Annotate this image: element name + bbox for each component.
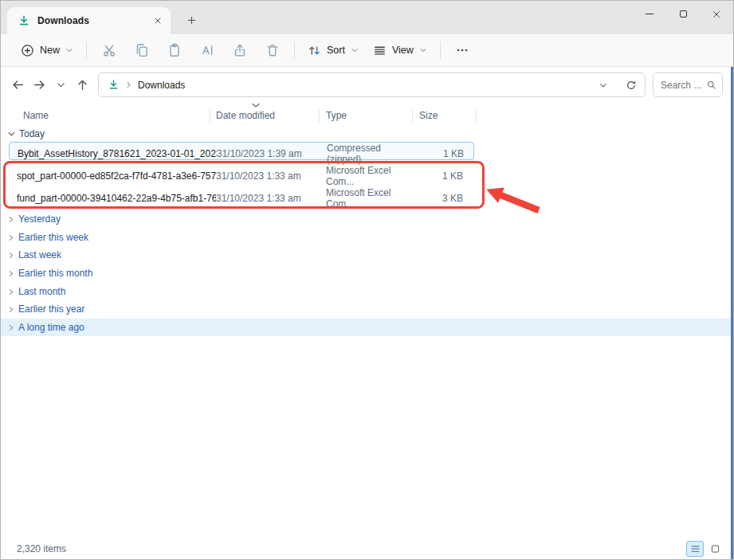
group-header-yesterday[interactable]: Yesterday (1, 210, 61, 228)
toolbar-separator (86, 41, 87, 59)
chevron-collapsed-icon (7, 269, 15, 278)
tab-close-icon[interactable] (150, 13, 166, 29)
cut-icon[interactable] (92, 37, 125, 63)
sort-arrows-icon (308, 44, 321, 57)
group-header-earlier-this-week[interactable]: Earlier this week (1, 229, 88, 246)
details-view-icon[interactable] (686, 541, 704, 557)
toolbar-separator (440, 41, 441, 59)
new-button-label: New (40, 45, 60, 56)
group-header-last-week[interactable]: Last week (1, 246, 61, 264)
table-row-spot-file[interactable]: spot_part-00000-ed85f2ca-f7fd-4781-a3e6-… (9, 165, 474, 183)
group-label: Last week (18, 249, 61, 260)
copy-icon[interactable] (125, 37, 158, 63)
file-size: 1 KB (414, 170, 469, 182)
chevron-collapsed-icon (7, 288, 15, 296)
downloads-icon (108, 79, 120, 91)
toolbar-separator (294, 41, 295, 59)
search-icon[interactable] (706, 80, 716, 90)
file-type: Microsoft Excel Com... (326, 165, 414, 187)
chevron-down-icon (351, 46, 359, 54)
back-icon[interactable] (7, 74, 29, 96)
view-button[interactable]: View (366, 39, 434, 62)
chevron-collapsed-icon (7, 215, 15, 224)
group-header-earlier-this-month[interactable]: Earlier this month (1, 264, 92, 282)
paste-icon[interactable] (158, 37, 190, 63)
refresh-icon[interactable] (620, 75, 642, 96)
chevron-collapsed-icon (7, 251, 15, 260)
command-toolbar: New Sort View (1, 34, 733, 67)
group-label: Earlier this week (18, 232, 88, 243)
new-tab-icon[interactable] (182, 10, 201, 29)
group-label: A long time ago (18, 322, 84, 333)
titlebar: Downloads (1, 1, 733, 34)
table-row-fund-file[interactable]: fund_part-00000-39410462-22a9-4b75-afb1-… (9, 187, 474, 206)
chevron-collapsed-icon (7, 305, 15, 314)
sort-button-label: Sort (327, 45, 345, 56)
address-bar[interactable]: Downloads (98, 72, 646, 97)
breadcrumb-chevron-icon (125, 81, 132, 88)
column-header-type[interactable]: Type (320, 109, 413, 123)
group-header-last-month[interactable]: Last month (1, 283, 65, 300)
column-header-size[interactable]: Size (413, 109, 477, 123)
sort-button[interactable]: Sort (300, 39, 366, 62)
navigation-bar: Downloads (1, 67, 733, 103)
view-lines-icon (373, 44, 387, 57)
breadcrumb[interactable]: Downloads (138, 80, 185, 91)
group-label: Today (19, 128, 45, 139)
file-type: Compressed (zipped)... (327, 143, 414, 165)
rename-icon[interactable] (190, 37, 223, 63)
minimize-icon[interactable] (633, 1, 666, 27)
chevron-down-icon (65, 46, 73, 54)
status-bar: 2,320 items (1, 538, 733, 559)
file-name: spot_part-00000-ed85f2ca-f7fd-4781-a3e6-… (17, 170, 216, 182)
column-headers: Name Date modified Type Size (1, 108, 477, 123)
group-label: Earlier this year (18, 303, 84, 315)
file-date-modified: 31/10/2023 1:39 am (217, 148, 327, 159)
recent-locations-icon[interactable] (50, 74, 72, 96)
window-controls (633, 1, 733, 27)
tab-title: Downloads (37, 15, 143, 26)
file-date-modified: 31/10/2023 1:33 am (216, 170, 326, 182)
search-box (653, 72, 723, 97)
large-icons-view-icon[interactable] (706, 541, 724, 557)
downloads-icon (18, 14, 30, 27)
more-options-icon[interactable] (446, 37, 479, 63)
file-name: fund_part-00000-39410462-22a9-4b75-afb1-… (17, 193, 216, 204)
close-icon[interactable] (700, 1, 733, 27)
chevron-collapsed-icon (7, 233, 15, 242)
view-toggles (686, 541, 724, 557)
maximize-icon[interactable] (666, 1, 700, 27)
column-header-name[interactable]: Name (1, 109, 210, 123)
table-row-zip-file[interactable]: Bybit_AssetHistory_8781621_2023-01-01_20… (9, 142, 474, 160)
chevron-collapsed-icon (7, 323, 15, 332)
delete-icon[interactable] (256, 37, 288, 63)
group-header-a-long-time-ago[interactable]: A long time ago (1, 319, 731, 336)
forward-icon[interactable] (29, 74, 50, 96)
item-count: 2,320 items (17, 543, 66, 554)
column-header-date-modified[interactable]: Date modified (210, 109, 320, 123)
file-size: 3 KB (414, 193, 469, 204)
file-explorer-window: Downloads New (0, 0, 734, 560)
group-label: Last month (18, 286, 65, 297)
up-icon[interactable] (72, 74, 93, 96)
new-button[interactable]: New (14, 39, 80, 62)
file-list: Name Date modified Type Size Today Bybit… (1, 103, 733, 538)
address-dropdown-icon[interactable] (592, 75, 614, 96)
window-edge-accent (731, 67, 733, 559)
sort-direction-chevron-icon (251, 102, 261, 108)
file-size: 1 KB (414, 148, 470, 159)
share-icon[interactable] (223, 37, 256, 63)
plus-circle-icon (21, 44, 34, 57)
group-header-today[interactable]: Today (1, 125, 45, 143)
group-label: Yesterday (18, 213, 61, 225)
search-input[interactable] (661, 80, 706, 91)
chevron-down-icon (419, 46, 427, 54)
chevron-expanded-icon (7, 130, 16, 139)
annotation-arrow (479, 180, 551, 217)
view-button-label: View (392, 45, 414, 56)
file-type: Microsoft Excel Com... (326, 187, 414, 210)
file-date-modified: 31/10/2023 1:33 am (216, 193, 326, 204)
tab-downloads[interactable]: Downloads (7, 7, 171, 34)
group-label: Earlier this month (18, 268, 92, 279)
group-header-earlier-this-year[interactable]: Earlier this year (1, 300, 84, 318)
